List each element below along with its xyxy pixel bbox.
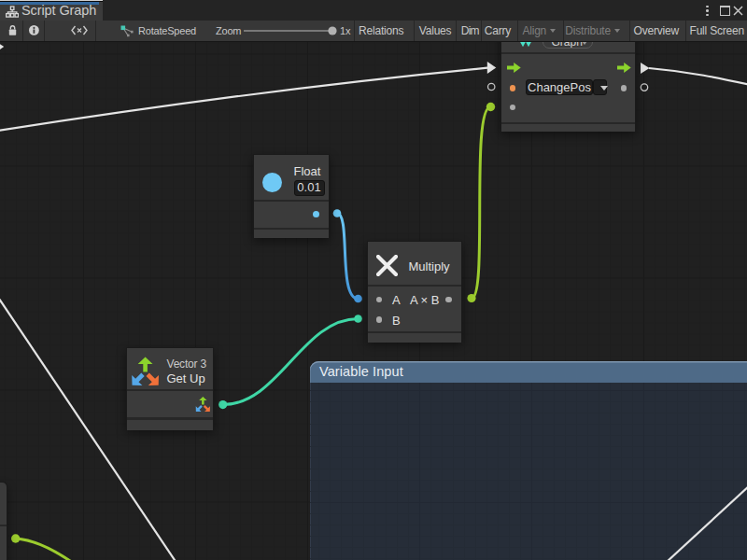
svg-text:1x: 1x (340, 25, 351, 36)
